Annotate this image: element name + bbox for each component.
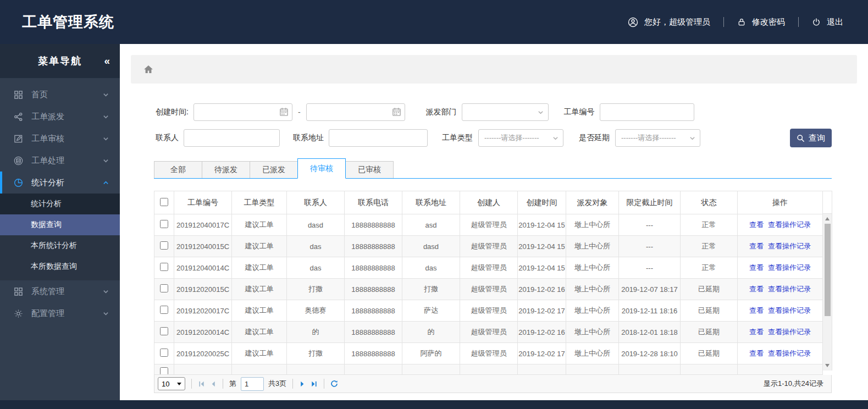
sidebar-menu: 首页工单派发工单审核工单处理统计分析统计分析数据查询本所统计分析本所数据查询系统… xyxy=(0,78,120,324)
tab-4[interactable]: 已审核 xyxy=(345,161,394,178)
view-link[interactable]: 查看 xyxy=(749,349,764,357)
divider xyxy=(292,379,293,389)
is-delayed-select[interactable]: -------请选择------- xyxy=(615,129,700,147)
sidebar-item-3[interactable]: 工单处理 xyxy=(0,150,120,172)
chevron-down-icon xyxy=(538,109,544,115)
scrollbar-track[interactable] xyxy=(823,214,832,371)
topbar-user-area: 您好，超级管理员 修改密码 退出 xyxy=(628,17,843,27)
sidebar-item-5[interactable]: 系统管理 xyxy=(0,280,120,302)
date-separator: - xyxy=(298,108,301,117)
order-type-select[interactable]: -------请选择------- xyxy=(478,129,563,147)
column-header-10: 操作 xyxy=(738,191,823,214)
last-page-button[interactable] xyxy=(311,380,318,388)
view-log-link[interactable]: 查看操作记录 xyxy=(768,349,811,357)
row-select-cell xyxy=(154,279,174,300)
first-page-button[interactable] xyxy=(198,380,205,388)
view-link[interactable]: 查看 xyxy=(749,220,764,229)
contact-input[interactable] xyxy=(184,129,280,147)
row-checkbox[interactable] xyxy=(160,306,168,314)
order-no-cell: 201912020017C xyxy=(174,300,232,322)
view-link[interactable]: 查看 xyxy=(749,242,764,250)
row-checkbox[interactable] xyxy=(160,327,168,335)
row-checkbox[interactable] xyxy=(160,349,168,357)
view-link[interactable]: 查看 xyxy=(749,263,764,272)
view-link[interactable]: 查看 xyxy=(749,328,764,336)
row-checkbox[interactable] xyxy=(160,220,168,228)
phone-cell: 18888888888 xyxy=(345,322,402,343)
view-log-link[interactable]: 查看操作记录 xyxy=(768,220,811,229)
order-type-value: -------请选择------- xyxy=(484,133,539,143)
view-link[interactable]: 查看 xyxy=(749,306,764,314)
view-log-link[interactable]: 查看操作记录 xyxy=(768,328,811,336)
logout-button[interactable]: 退出 xyxy=(812,17,843,27)
scroll-up-arrow-icon[interactable] xyxy=(825,217,830,220)
row-checkbox[interactable] xyxy=(160,263,168,271)
sidebar-item-label: 工单派发 xyxy=(31,112,103,122)
contact-cell: 的 xyxy=(287,322,345,343)
search-button[interactable]: 查询 xyxy=(790,129,832,147)
create-time-from-input[interactable] xyxy=(193,103,292,121)
sidebar-subitem-4-3[interactable]: 本所数据查询 xyxy=(0,256,120,277)
sidebar-subitem-4-1[interactable]: 数据查询 xyxy=(0,214,120,235)
tab-2[interactable]: 已派发 xyxy=(250,161,298,178)
chevron-down-icon xyxy=(103,289,109,295)
order-no-cell: 201912040014C xyxy=(174,257,232,279)
sidebar-item-label: 首页 xyxy=(31,90,103,100)
tab-1[interactable]: 待派发 xyxy=(202,161,250,178)
select-all-checkbox[interactable] xyxy=(160,198,168,206)
actions-cell: 查看查看操作记录 xyxy=(738,214,823,236)
home-icon[interactable] xyxy=(143,64,154,75)
next-page-button[interactable] xyxy=(299,380,306,388)
row-checkbox[interactable] xyxy=(160,367,168,375)
calendar-icon[interactable] xyxy=(279,107,289,117)
sidebar-item-2[interactable]: 工单审核 xyxy=(0,128,120,150)
view-log-link[interactable]: 查看操作记录 xyxy=(768,263,811,272)
view-log-link[interactable]: 查看操作记录 xyxy=(768,242,811,250)
page-size-select[interactable]: 10 xyxy=(158,377,185,390)
create-time-to-input[interactable] xyxy=(306,103,405,121)
user-greeting[interactable]: 您好，超级管理员 xyxy=(628,17,710,27)
scroll-down-arrow-icon[interactable] xyxy=(825,364,830,367)
scrollbar-thumb[interactable] xyxy=(825,224,831,316)
table-cell xyxy=(681,364,738,375)
creator-cell: 超级管理员 xyxy=(460,279,518,300)
row-checkbox[interactable] xyxy=(160,241,168,250)
sidebar-submenu: 统计分析数据查询本所统计分析本所数据查询 xyxy=(0,194,120,280)
deadline-cell: --- xyxy=(619,214,681,236)
collapse-sidebar-button[interactable]: « xyxy=(104,55,110,67)
table-scrollbar[interactable] xyxy=(823,191,832,375)
order-no-input[interactable] xyxy=(600,103,694,121)
sidebar-item-6[interactable]: 配置管理 xyxy=(0,302,120,324)
address-cell: 打撒 xyxy=(402,279,460,300)
address-cell: dasd xyxy=(402,236,460,257)
address-input[interactable] xyxy=(329,129,428,147)
view-log-link[interactable]: 查看操作记录 xyxy=(768,285,811,293)
row-checkbox[interactable] xyxy=(160,284,168,292)
sidebar-item-1[interactable]: 工单派发 xyxy=(0,106,120,128)
view-log-link[interactable]: 查看操作记录 xyxy=(768,306,811,314)
dispatch-dept-select[interactable] xyxy=(462,103,549,121)
page-number-input[interactable] xyxy=(241,377,264,391)
deadline-cell: 2019-12-11 18:16 xyxy=(619,300,681,322)
sidebar-item-0[interactable]: 首页 xyxy=(0,84,120,106)
column-header-9: 状态 xyxy=(681,191,738,214)
deadline-cell: --- xyxy=(619,257,681,279)
column-header-5: 创建人 xyxy=(460,191,518,214)
address-cell: asd xyxy=(402,214,460,236)
sidebar-subitem-4-0[interactable]: 统计分析 xyxy=(0,194,120,214)
change-password-button[interactable]: 修改密码 xyxy=(737,17,785,27)
sidebar: 菜单导航 « 首页工单派发工单审核工单处理统计分析统计分析数据查询本所统计分析本… xyxy=(0,44,120,400)
sidebar-title: 菜单导航 xyxy=(38,54,82,68)
table-cell xyxy=(518,364,566,375)
calendar-icon[interactable] xyxy=(392,107,401,117)
create-time-label: 创建时间: xyxy=(156,107,189,117)
sidebar-subitem-4-2[interactable]: 本所统计分析 xyxy=(0,235,120,256)
prev-page-button[interactable] xyxy=(209,380,217,388)
refresh-button[interactable] xyxy=(330,380,338,388)
sidebar-item-label: 工单处理 xyxy=(31,156,103,166)
tab-0[interactable]: 全部 xyxy=(154,161,202,178)
tab-3[interactable]: 待审核 xyxy=(297,158,346,179)
order-type-cell: 建议工单 xyxy=(232,343,287,364)
view-link[interactable]: 查看 xyxy=(749,285,764,293)
sidebar-item-4[interactable]: 统计分析 xyxy=(0,172,120,194)
